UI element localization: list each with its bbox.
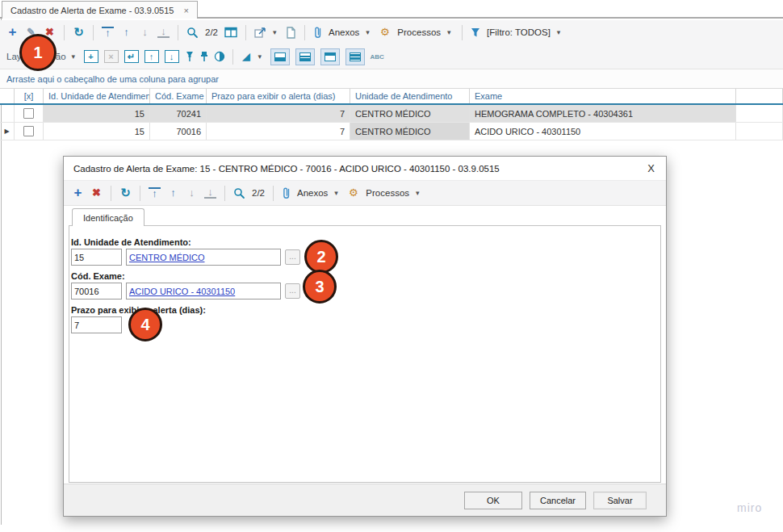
row-checkbox[interactable]: [23, 126, 34, 136]
move-row-down-icon[interactable]: ↓: [165, 50, 179, 63]
cell-prazo[interactable]: 7: [207, 123, 350, 140]
filter-button[interactable]: [Filtro: TODOS]: [487, 27, 551, 37]
export-icon[interactable]: [254, 27, 266, 39]
column-chooser-icon[interactable]: [224, 27, 237, 38]
anexos-caret-icon[interactable]: ▾: [366, 28, 372, 36]
layout-bottom-band-toggle[interactable]: [270, 48, 290, 65]
add-icon[interactable]: +: [72, 186, 84, 199]
cell-id-unidade[interactable]: 15: [44, 123, 150, 140]
column-header-prazo[interactable]: Prazo para exibir o alerta (dias): [207, 89, 350, 103]
cell-cod-exame[interactable]: 70241: [150, 105, 207, 122]
column-header-id-unidade[interactable]: Id. Unidade de Atendimento: [44, 89, 150, 103]
tab-close-icon[interactable]: ×: [183, 6, 188, 15]
last-record-icon[interactable]: ↓: [157, 27, 170, 38]
anexos-button[interactable]: Anexos: [297, 188, 328, 198]
last-record-icon[interactable]: ↓: [204, 187, 216, 199]
column-header-cod-exame[interactable]: Cód. Exame: [150, 89, 207, 103]
gear-icon[interactable]: ⚙: [347, 186, 359, 199]
gear-icon[interactable]: ⚙: [379, 26, 391, 39]
next-record-icon[interactable]: ↓: [139, 26, 151, 39]
cell-exame[interactable]: ACIDO URICO - 40301150: [470, 123, 736, 140]
collapse-all-icon[interactable]: ×: [104, 50, 119, 63]
move-row-up-icon[interactable]: ↑: [144, 50, 159, 63]
row-checkbox[interactable]: [23, 108, 34, 119]
abc-validation-icon[interactable]: ABC: [371, 53, 384, 61]
export-caret-icon[interactable]: ▾: [273, 28, 279, 36]
field-group-cod-exame: Cód. Exame: ACIDO URICO - 40301150 ...: [71, 271, 660, 300]
layout-caret-icon[interactable]: ▾: [72, 52, 78, 61]
dialog-titlebar: Cadastro de Alerta de Exame: 15 - CENTRO…: [64, 157, 666, 181]
wrap-row-icon[interactable]: ↵: [124, 50, 139, 63]
refresh-icon[interactable]: ↻: [119, 186, 132, 199]
processos-caret-icon[interactable]: ▾: [447, 28, 454, 36]
previous-record-icon[interactable]: ↑: [120, 26, 132, 39]
column-header-exame[interactable]: Exame: [470, 89, 736, 103]
paperclip-icon[interactable]: [313, 26, 322, 39]
search-icon[interactable]: [186, 27, 199, 39]
add-icon[interactable]: +: [6, 26, 19, 39]
circle-icon[interactable]: [214, 51, 225, 62]
id-unidade-desc-link[interactable]: CENTRO MÉDICO: [129, 253, 205, 262]
previous-record-icon[interactable]: ↑: [167, 186, 179, 199]
chart-caret-icon[interactable]: ▾: [258, 52, 265, 61]
first-record-icon[interactable]: ↑: [149, 187, 161, 199]
cod-exame-desc-link[interactable]: ACIDO URICO - 40301150: [129, 287, 235, 296]
cell-unidade[interactable]: CENTRO MÉDICO: [350, 105, 470, 122]
column-header-checkbox[interactable]: [x]: [15, 89, 44, 103]
cod-exame-label: Cód. Exame:: [71, 271, 660, 281]
delete-icon[interactable]: ✖: [90, 186, 103, 199]
first-record-icon[interactable]: ↑: [102, 27, 114, 38]
table-row[interactable]: 15 70241 7 CENTRO MÉDICO HEMOGRAMA COMPL…: [0, 105, 783, 123]
separator: [64, 25, 65, 40]
anexos-caret-icon[interactable]: ▾: [334, 189, 341, 197]
exam-alert-grid: [x] Id. Unidade de Atendimento Cód. Exam…: [0, 89, 783, 140]
tab-identificacao-label: Identificação: [83, 213, 133, 223]
dialog-title: Cadastro de Alerta de Exame: 15 - CENTRO…: [73, 164, 646, 174]
processos-button[interactable]: Processos: [397, 27, 441, 37]
dialog-tab-page: Id. Unidade de Atendimento: CENTRO MÉDIC…: [69, 225, 661, 483]
field-group-id-unidade: Id. Unidade de Atendimento: CENTRO MÉDIC…: [71, 237, 660, 266]
pin-icon[interactable]: [200, 51, 208, 62]
separator: [178, 25, 178, 40]
processos-button[interactable]: Processos: [366, 188, 409, 198]
refresh-icon[interactable]: ↻: [73, 26, 85, 39]
layout-two-bands-toggle[interactable]: [295, 48, 315, 65]
prazo-input[interactable]: [71, 316, 122, 333]
filter-caret-icon[interactable]: ▾: [557, 28, 563, 36]
filter-row-icon[interactable]: [185, 51, 195, 62]
id-unidade-input[interactable]: [71, 249, 122, 266]
group-by-bar[interactable]: Arraste aqui o cabeçalho de uma coluna p…: [0, 69, 783, 89]
cell-unidade[interactable]: CENTRO MÉDICO: [350, 123, 470, 140]
cod-exame-desc-box: ACIDO URICO - 40301150: [126, 283, 281, 300]
tab-cadastro-alerta-exame[interactable]: Cadastro de Alerta de Exame - 03.9.0515 …: [2, 1, 198, 19]
layout-top-band-toggle[interactable]: [320, 48, 340, 65]
cod-exame-input[interactable]: [71, 283, 122, 300]
expand-all-icon[interactable]: +: [84, 50, 98, 63]
column-header-unidade[interactable]: Unidade de Atendimento: [350, 89, 470, 103]
cancel-button[interactable]: Cancelar: [530, 492, 586, 509]
document-icon[interactable]: [286, 27, 296, 39]
main-toolbar: + ✎ ✖ ↻ ↑ ↑ ↓ ↓ 2/2 ▾ Anexos ▾ ⚙ Proce: [0, 20, 783, 44]
cell-exame[interactable]: HEMOGRAMA COMPLETO - 40304361: [470, 105, 736, 122]
id-unidade-desc-box: CENTRO MÉDICO: [126, 249, 281, 266]
cell-prazo[interactable]: 7: [207, 105, 350, 122]
filter-funnel-icon[interactable]: [471, 27, 480, 38]
cell-id-unidade[interactable]: 15: [44, 105, 150, 122]
processos-caret-icon[interactable]: ▾: [416, 189, 422, 197]
column-header-filler: [736, 89, 783, 103]
layout-stacked-bands-toggle[interactable]: [345, 48, 365, 65]
ok-button[interactable]: OK: [464, 492, 522, 509]
table-row[interactable]: ▶ 15 70016 7 CENTRO MÉDICO ACIDO URICO -…: [0, 123, 783, 140]
next-record-icon[interactable]: ↓: [186, 186, 198, 199]
paperclip-icon[interactable]: [282, 186, 291, 199]
id-unidade-lookup-button[interactable]: ...: [285, 249, 300, 265]
cell-cod-exame[interactable]: 70016: [150, 123, 207, 140]
dialog-close-icon[interactable]: X: [646, 162, 656, 174]
save-button[interactable]: Salvar: [593, 492, 647, 509]
tab-identificacao[interactable]: Identificação: [72, 208, 144, 226]
anexos-button[interactable]: Anexos: [329, 27, 359, 37]
annotation-circle-1: 1: [19, 34, 57, 71]
chart-icon[interactable]: ◢: [241, 50, 253, 63]
cod-exame-lookup-button[interactable]: ...: [285, 283, 300, 299]
search-icon[interactable]: [233, 187, 245, 199]
